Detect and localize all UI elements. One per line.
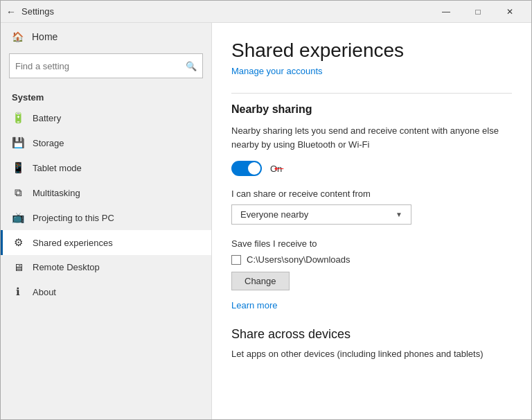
sidebar-item-label: Projecting to this PC	[33, 213, 114, 223]
sidebar-section-title: System	[1, 87, 211, 105]
sidebar-item-tablet-mode[interactable]: 📱 Tablet mode	[1, 155, 211, 180]
sidebar-item-storage[interactable]: 💾 Storage	[1, 130, 211, 155]
battery-icon: 🔋	[12, 112, 24, 124]
learn-more-link[interactable]: Learn more	[231, 300, 512, 310]
projecting-icon: 📺	[12, 211, 24, 224]
sidebar-item-label: About	[33, 287, 56, 297]
divider	[231, 93, 512, 94]
home-icon: 🏠	[12, 31, 24, 42]
storage-icon: 💾	[12, 137, 24, 149]
tablet-icon: 📱	[12, 161, 24, 174]
sidebar: 🏠 Home 🔍 System 🔋 Battery 💾 Storage 📱 Ta…	[1, 23, 212, 419]
save-files-label: Save files I receive to	[231, 238, 512, 249]
shared-experiences-icon: ⚙	[12, 236, 24, 249]
save-path-value: C:\Users\sony\Downloads	[247, 254, 351, 265]
minimize-button[interactable]: —	[430, 1, 462, 23]
search-input[interactable]	[15, 61, 186, 71]
sidebar-item-label: Remote Desktop	[33, 262, 100, 272]
sidebar-item-about[interactable]: ℹ About	[1, 279, 211, 304]
sidebar-item-label: Tablet mode	[33, 163, 82, 173]
change-button[interactable]: Change	[231, 272, 290, 290]
close-button[interactable]: ✕	[494, 1, 526, 23]
title-bar: ← Settings — □ ✕	[1, 1, 531, 23]
sidebar-item-projecting[interactable]: 📺 Projecting to this PC	[1, 205, 211, 230]
sidebar-item-remote-desktop[interactable]: 🖥 Remote Desktop	[1, 255, 211, 279]
settings-window: ← Settings — □ ✕ 🏠 Home 🔍 System 🔋 Batte…	[0, 0, 532, 420]
nearby-sharing-description: Nearby sharing lets you send and receive…	[231, 124, 512, 151]
multitasking-icon: ⧉	[12, 186, 24, 199]
page-title: Shared experiences	[231, 40, 512, 62]
share-across-title: Share across devices	[231, 327, 512, 342]
dropdown-value: Everyone nearby	[240, 209, 308, 220]
sidebar-item-label: Battery	[33, 113, 61, 123]
maximize-button[interactable]: □	[462, 1, 494, 23]
toggle-row: On ←	[231, 161, 512, 176]
nearby-sharing-toggle[interactable]	[231, 161, 262, 176]
window-controls: — □ ✕	[430, 1, 526, 23]
search-box[interactable]: 🔍	[9, 53, 203, 78]
toggle-knob	[248, 162, 260, 175]
sidebar-item-label: Multitasking	[33, 188, 80, 198]
chevron-down-icon: ▼	[396, 211, 402, 218]
save-path-checkbox[interactable]	[231, 255, 241, 265]
about-icon: ℹ	[12, 286, 24, 298]
sidebar-item-multitasking[interactable]: ⧉ Multitasking	[1, 180, 211, 205]
right-panel: Shared experiences Manage your accounts …	[212, 23, 531, 419]
sidebar-item-battery[interactable]: 🔋 Battery	[1, 105, 211, 130]
sidebar-item-label: Shared experiences	[33, 238, 113, 248]
sidebar-home-label: Home	[32, 31, 57, 42]
nearby-sharing-title: Nearby sharing	[231, 103, 512, 116]
remote-desktop-icon: 🖥	[12, 261, 24, 273]
search-icon: 🔍	[186, 61, 197, 71]
share-across-description: Let apps on other devices (including lin…	[231, 347, 512, 361]
manage-accounts-link[interactable]: Manage your accounts	[231, 66, 512, 76]
back-button[interactable]: ←	[6, 6, 16, 17]
save-path-row: C:\Users\sony\Downloads	[231, 254, 512, 265]
sidebar-item-label: Storage	[33, 138, 64, 148]
main-content: 🏠 Home 🔍 System 🔋 Battery 💾 Storage 📱 Ta…	[1, 23, 531, 419]
sidebar-item-home[interactable]: 🏠 Home	[1, 23, 211, 51]
share-from-dropdown[interactable]: Everyone nearby ▼	[231, 204, 411, 225]
sidebar-item-shared-experiences[interactable]: ⚙ Shared experiences ←	[1, 230, 211, 255]
share-from-label: I can share or receive content from	[231, 189, 512, 199]
window-title: Settings	[21, 6, 430, 17]
red-arrow-toggle: ←	[272, 159, 287, 177]
